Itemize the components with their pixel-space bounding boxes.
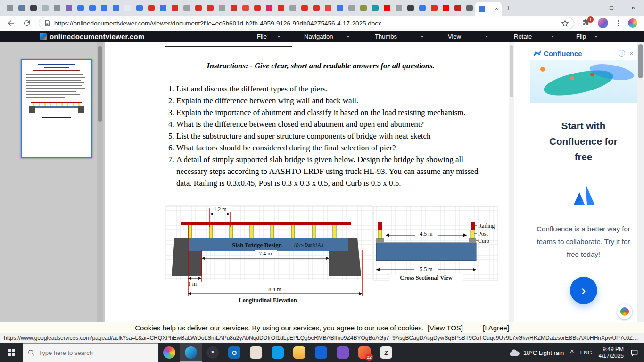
browser-tab[interactable] (428, 0, 440, 16)
new-tab-button[interactable]: + (503, 2, 515, 14)
browser-tab[interactable] (440, 0, 452, 16)
action-center-icon[interactable] (630, 349, 638, 357)
browser-tab[interactable] (74, 0, 86, 16)
edge-browser[interactable] (180, 343, 202, 362)
weather-widget[interactable]: 18°C Light rain (509, 349, 564, 356)
browser-tab[interactable] (275, 0, 287, 16)
browser-tab[interactable] (16, 0, 27, 16)
browser-tab[interactable] (369, 0, 381, 16)
browser-tab[interactable] (346, 0, 357, 16)
bookmark-star-icon[interactable] (561, 19, 569, 27)
viewer-menu-flip[interactable]: Flip▼ (576, 31, 598, 42)
tabs-container (0, 0, 475, 16)
ad-brand[interactable]: Confluence (544, 49, 616, 58)
taskbar-clock[interactable]: 9:49 PM 4/17/2025 (599, 346, 624, 359)
ad-close-icon[interactable]: × (627, 50, 635, 57)
browser-tab[interactable] (133, 0, 145, 16)
z-app[interactable]: Z (375, 343, 397, 362)
browser-tab[interactable] (63, 0, 74, 16)
tab-favicon (348, 5, 355, 11)
browser-tab[interactable] (405, 0, 416, 16)
tray-chevron-icon[interactable]: ^ (570, 349, 574, 356)
viewer-menu-file[interactable]: File▼ (257, 31, 281, 42)
browser-tab[interactable] (357, 0, 369, 16)
page-scrollbar-thumb[interactable] (638, 44, 643, 78)
page-thumbnail[interactable] (21, 59, 92, 158)
url-field[interactable]: https://onlinedocumentviewer.com/viewer/… (39, 17, 574, 29)
extension-icon[interactable]: 1 (582, 18, 591, 28)
browser-tab[interactable] (251, 0, 263, 16)
copilot-icon[interactable] (628, 18, 637, 28)
tab-close-icon[interactable]: × (495, 6, 498, 12)
ad-info-icon[interactable]: i (619, 50, 625, 57)
browser-tab[interactable] (322, 0, 334, 16)
ad-choices-icon[interactable] (617, 304, 632, 319)
ad-cta-button[interactable]: › (570, 277, 597, 304)
browser-tab[interactable] (287, 0, 298, 16)
browser-tab[interactable] (381, 0, 393, 16)
browser-tab[interactable] (98, 0, 110, 16)
browser-tab[interactable] (463, 0, 475, 16)
profile-avatar[interactable] (598, 18, 608, 28)
browser-tab[interactable] (4, 0, 16, 16)
viewer-logo[interactable]: onlinedocumentviewer.com (40, 31, 145, 42)
maximize-button[interactable]: □ (601, 0, 622, 16)
browser-tab[interactable] (334, 0, 346, 16)
search-input[interactable] (39, 349, 138, 356)
sidebar-scrollbar-thumb[interactable] (98, 46, 102, 122)
browser-tab[interactable] (228, 0, 239, 16)
browser-tab[interactable] (145, 0, 157, 16)
active-tab[interactable]: × (475, 2, 502, 16)
widgets-app[interactable] (158, 343, 180, 362)
viewer-menu-rotate[interactable]: Rotate▼ (514, 31, 554, 42)
browser-tab[interactable] (263, 0, 275, 16)
calendar-app[interactable] (245, 343, 267, 362)
browser-tab[interactable] (204, 0, 216, 16)
browser-tab[interactable] (110, 0, 122, 16)
system-tray: 18°C Light rain ^ ENG 9:49 PM 4/17/2025 (509, 346, 644, 359)
browser-tab[interactable] (393, 0, 405, 16)
close-button[interactable]: × (622, 0, 644, 16)
browser-tab[interactable] (169, 0, 181, 16)
kebab-menu-icon[interactable] (615, 20, 621, 26)
page-scrollbar[interactable] (637, 42, 644, 322)
refresh-icon[interactable] (23, 19, 31, 27)
minimize-button[interactable]: – (579, 0, 601, 16)
browser-tab[interactable] (181, 0, 192, 16)
browser-tab[interactable] (27, 0, 39, 16)
visual-studio-app[interactable] (332, 343, 354, 362)
browser-tab[interactable] (310, 0, 322, 16)
tab-favicon (479, 6, 485, 12)
document-scrollbar-thumb[interactable] (510, 45, 513, 97)
browser-tab[interactable] (216, 0, 228, 16)
viewer-menu-thumbs[interactable]: Thumbs▼ (375, 31, 424, 42)
browser-tab[interactable] (122, 0, 133, 16)
assistant-app[interactable]: * (202, 343, 223, 362)
browser-tab[interactable] (192, 0, 204, 16)
ad-illustration[interactable] (530, 60, 637, 103)
site-info-icon[interactable] (44, 20, 50, 26)
view-tos-link[interactable]: [View TOS] (428, 324, 463, 332)
vscode-app[interactable] (267, 343, 289, 362)
viewer-menu-view[interactable]: View▼ (448, 31, 488, 42)
search-icon (28, 349, 35, 356)
start-button[interactable] (0, 343, 23, 362)
media-app[interactable] (310, 343, 332, 362)
browser-tab[interactable] (39, 0, 51, 16)
browser-tab[interactable] (416, 0, 428, 16)
file-explorer[interactable] (289, 343, 310, 362)
browser-tab[interactable] (157, 0, 169, 16)
agree-button[interactable]: [I Agree] (483, 324, 509, 332)
news-app[interactable]: 22 (354, 343, 375, 362)
taskbar-search[interactable] (23, 343, 158, 362)
browser-tab[interactable] (51, 0, 63, 16)
browser-tab[interactable] (298, 0, 310, 16)
browser-tab[interactable] (239, 0, 251, 16)
browser-tab[interactable] (86, 0, 98, 16)
back-icon[interactable] (7, 19, 15, 27)
outlook-app[interactable]: O (223, 343, 245, 362)
language-indicator[interactable]: ENG (580, 350, 592, 355)
ad-body-text: Confluence is a better way for teams to … (534, 222, 634, 261)
viewer-menu-navigation[interactable]: Navigation▼ (304, 31, 350, 42)
browser-tab[interactable] (452, 0, 463, 16)
